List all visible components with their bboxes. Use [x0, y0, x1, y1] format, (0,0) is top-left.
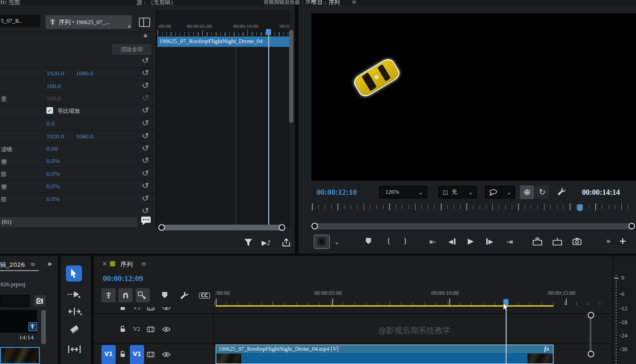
linked-selection-button[interactable] [136, 288, 150, 302]
tab-close-icon[interactable]: × [102, 260, 108, 267]
program-scrollbar[interactable] [313, 223, 634, 229]
program-scrollbar-knob-left[interactable] [311, 223, 318, 229]
ec-clip-bar[interactable]: 190625_07_RooftopFlightNight_Drone_04 [157, 36, 290, 47]
more-buttons-icon[interactable]: » [606, 237, 610, 246]
reset-button[interactable]: ↺ [142, 57, 149, 64]
reset-button[interactable]: ↺ [142, 207, 149, 215]
value-x[interactable]: 1920.0 [46, 70, 64, 77]
play-audio-icon[interactable]: ▶♪ [262, 239, 271, 246]
clip-thumbnail-selected[interactable] [0, 347, 40, 364]
reset-button[interactable]: ↺ [142, 119, 149, 127]
project-tab-label[interactable]: 辑_2026 [0, 261, 25, 269]
split-view-icon[interactable] [139, 18, 150, 27]
timeline-panel-menu-icon[interactable]: ≡ [141, 260, 146, 267]
add-button-icon[interactable]: + [619, 236, 627, 246]
selection-tool-active[interactable] [66, 265, 82, 282]
value[interactable]: 100.0 [46, 82, 61, 90]
extract-button[interactable] [553, 237, 562, 246]
reset-button[interactable]: ↺ [142, 170, 149, 177]
timeline-add-marker-button[interactable] [162, 292, 167, 298]
reset-button[interactable]: ↺ [142, 132, 149, 140]
snap-toggle-button[interactable]: ∩ [118, 288, 133, 302]
ec-scrollbar-knob-right[interactable] [279, 224, 285, 231]
ripple-edit-tool[interactable] [67, 307, 82, 316]
add-marker-button[interactable] [366, 238, 371, 244]
reset-button[interactable]: ↺ [142, 82, 149, 90]
comparison-view-button[interactable]: ⊕ [520, 185, 534, 199]
play-button[interactable]: ▶ [468, 237, 473, 246]
expand-panel-icon[interactable]: » [47, 260, 52, 268]
sync-lock-icon[interactable] [147, 307, 154, 310]
timeline-playhead-line[interactable] [506, 305, 507, 364]
ec-playhead-head[interactable] [266, 29, 271, 35]
filter-icon[interactable] [244, 238, 253, 247]
timeline-clip[interactable]: 190625_07_RooftopFlightNight_Drone_04.mp… [216, 345, 554, 364]
ec-playhead-line[interactable] [268, 31, 269, 227]
track-output-eye-icon[interactable] [162, 352, 171, 357]
clear-all-button[interactable]: 清除全部 [112, 45, 151, 55]
program-scrollbar-knob-right[interactable] [628, 223, 635, 229]
razor-tool[interactable] [69, 323, 80, 335]
slip-tool[interactable] [67, 345, 82, 354]
lift-button[interactable] [533, 237, 542, 246]
ec-scrollbar-knob-left[interactable] [158, 224, 165, 231]
step-forward-button[interactable]: ▶ [486, 238, 493, 245]
value[interactable]: 0.0% [46, 182, 60, 190]
value-x[interactable]: 1920.0 [46, 133, 64, 140]
source-patch-v1[interactable]: V1 [101, 345, 116, 364]
goto-in-button[interactable]: ⇤ [429, 237, 436, 246]
value[interactable]: 0.0% [46, 195, 60, 203]
shot-match-button[interactable]: ↻ [535, 185, 549, 199]
comment-bubble-icon[interactable] [141, 216, 152, 226]
tab-audio-clip-mixer[interactable]: 音频剪辑混合器：序列 [263, 0, 316, 5]
collapse-arrow-icon[interactable]: ▲ [144, 32, 147, 37]
drop-frame-indicator-button[interactable] [314, 235, 330, 249]
track-output-eye-icon[interactable] [162, 307, 171, 310]
settings-wrench-icon[interactable] [557, 187, 567, 197]
playback-quality-select[interactable]: ⊡ 无 ⌄ [438, 186, 477, 199]
ec-horizontal-scrollbar[interactable] [160, 225, 284, 230]
lock-icon[interactable] [119, 307, 126, 311]
reset-button[interactable]: ↺ [142, 157, 149, 164]
track-select-forward-tool[interactable] [67, 290, 81, 299]
uniform-scale-checkbox[interactable]: ✓ [46, 107, 53, 114]
track-name[interactable]: V3 [133, 307, 140, 311]
track-name[interactable]: V2 [133, 326, 140, 333]
tab-program[interactable]: 节目：序列 [311, 0, 340, 5]
mask-tool-select[interactable]: ⌄ [485, 186, 515, 199]
value[interactable]: 0.0% [46, 170, 60, 178]
reset-button[interactable]: ↺ [142, 195, 149, 202]
timeline-timecode[interactable]: 00:00:12:09 [103, 274, 143, 283]
mark-in-button[interactable]: { [387, 237, 391, 246]
sequence-thumbnail[interactable] [0, 310, 37, 333]
find-button[interactable] [34, 295, 46, 306]
reset-button[interactable]: ↺ [142, 69, 149, 77]
timeline-tab-label[interactable]: 序列 [120, 260, 133, 269]
track-output-eye-icon[interactable] [162, 327, 171, 332]
value[interactable]: 0.00 [46, 145, 58, 153]
project-panel-menu-icon[interactable]: ≡ [30, 261, 36, 268]
reset-button[interactable]: ↺ [142, 182, 149, 190]
zoom-level-select[interactable]: 126% ⌄ [379, 186, 427, 199]
project-scrollbar[interactable] [41, 310, 46, 344]
project-search-input[interactable] [0, 295, 29, 307]
sequence-selector-button[interactable]: 序列 • 190625_07_... [45, 15, 132, 29]
transport-chevron-icon[interactable]: ⌄ [334, 239, 340, 244]
timeline-vscroll-knob-top[interactable] [588, 312, 594, 318]
nest-toggle-button[interactable] [101, 288, 116, 302]
sync-lock-icon[interactable] [147, 327, 154, 332]
goto-out-button[interactable]: ⇥ [506, 237, 513, 246]
program-panel-menu-icon[interactable]: ≡ [352, 0, 356, 5]
timeline-vscroll-bar[interactable] [590, 314, 591, 353]
value[interactable]: 0.0 [46, 120, 55, 127]
track-target-v1[interactable]: V1 [130, 345, 144, 364]
sync-lock-icon[interactable] [147, 352, 154, 357]
ec-vertical-scrollbar[interactable] [289, 30, 293, 123]
program-playhead[interactable] [577, 204, 582, 211]
value-y[interactable]: 1080.0 [76, 70, 93, 77]
value[interactable]: 0.0% [46, 157, 60, 165]
timeline-settings-wrench-icon[interactable] [180, 291, 190, 300]
lock-icon[interactable] [119, 326, 126, 333]
lock-icon[interactable] [119, 351, 126, 358]
mark-out-button[interactable]: } [403, 237, 407, 246]
